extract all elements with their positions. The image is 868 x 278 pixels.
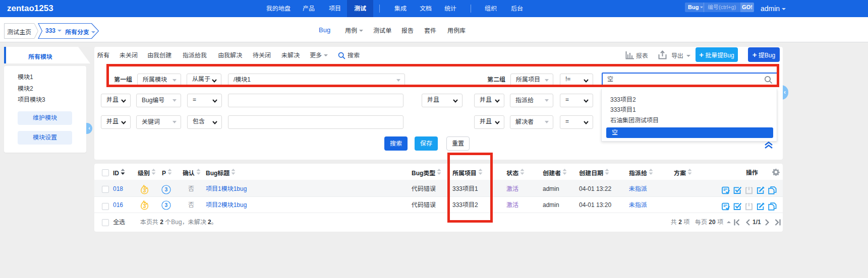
svg-text:3: 3	[165, 187, 168, 192]
svg-text:3: 3	[165, 202, 168, 208]
svg-text:3: 3	[143, 187, 146, 193]
svg-text:3: 3	[143, 203, 146, 209]
